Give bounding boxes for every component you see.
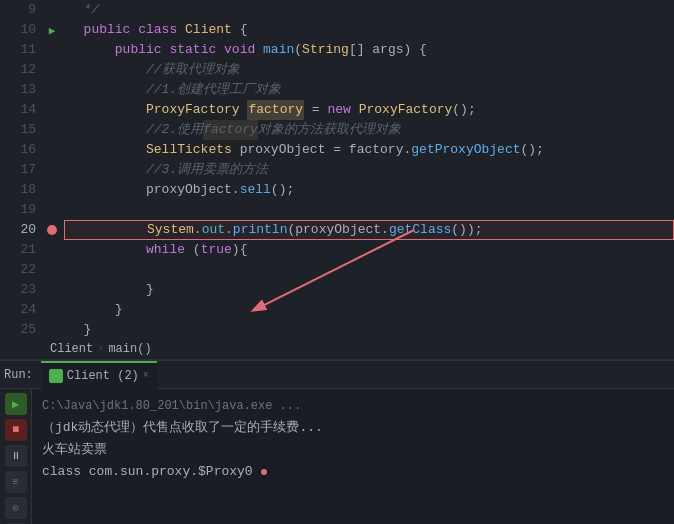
- panel-output: C:\Java\jdk1.80_201\bin\java.exe ... （jd…: [32, 389, 674, 524]
- run-tabs-bar: Run: Client (2) ×: [0, 361, 674, 389]
- run-panel: Run: Client (2) × ▶ ■ ⏸ ≡ ⊙ ▾ C:\Java\j: [0, 360, 674, 524]
- code-line-11: public static void main(String[] args) {: [64, 40, 674, 60]
- code-line-24: }: [64, 300, 674, 320]
- run-label: Run:: [4, 368, 33, 382]
- breakpoint-indicator: [44, 220, 60, 240]
- breadcrumb-class: Client: [50, 342, 93, 356]
- panel-body: ▶ ■ ⏸ ≡ ⊙ ▾ C:\Java\jdk1.80_201\bin\java…: [0, 389, 674, 524]
- code-lines: */ public class Client { public static v…: [64, 0, 674, 338]
- code-line-9: */: [64, 0, 674, 20]
- output-line-1: C:\Java\jdk1.80_201\bin\java.exe ...: [42, 395, 664, 417]
- code-line-12: //获取代理对象: [64, 60, 674, 80]
- tab-name: Client (2): [67, 369, 139, 383]
- run-icon: [49, 369, 63, 383]
- output-line-3: 火车站卖票: [42, 439, 664, 461]
- code-line-19: [64, 200, 674, 220]
- code-line-13: //1.创建代理工厂对象: [64, 80, 674, 100]
- editor-container: 9 10 11 12 13 14 15 16 17 18 19 20 21 22…: [0, 0, 674, 524]
- breakpoint-dot: [47, 225, 57, 235]
- factory-highlight: factory: [247, 100, 304, 120]
- screenshot-button[interactable]: ⊙: [5, 497, 27, 519]
- code-line-16: SellTickets proxyObject = factory.getPro…: [64, 140, 674, 160]
- output-line-4: class com.sun.proxy.$Proxy0: [42, 461, 664, 483]
- code-line-18: proxyObject.sell();: [64, 180, 674, 200]
- code-line-17: //3.调用卖票的方法: [64, 160, 674, 180]
- code-body: 9 10 11 12 13 14 15 16 17 18 19 20 21 22…: [0, 0, 674, 338]
- tab-close-button[interactable]: ×: [143, 370, 149, 381]
- code-line-10: public class Client {: [64, 20, 674, 40]
- code-line-25: }: [64, 320, 674, 338]
- stop-button[interactable]: ■: [5, 419, 27, 441]
- red-dot-indicator: [261, 469, 267, 475]
- breadcrumb: Client › main(): [0, 338, 674, 360]
- gutter: ▶: [42, 0, 64, 338]
- dump-threads-button[interactable]: ≡: [5, 471, 27, 493]
- code-line-14: ProxyFactory factory = new ProxyFactory(…: [64, 100, 674, 120]
- code-line-23: }: [64, 280, 674, 300]
- code-line-15: //2.使用factory对象的方法获取代理对象: [64, 120, 674, 140]
- current-line-indicator: ▶: [44, 20, 60, 40]
- code-editor: 9 10 11 12 13 14 15 16 17 18 19 20 21 22…: [0, 0, 674, 360]
- output-line-2: （jdk动态代理）代售点收取了一定的手续费...: [42, 417, 664, 439]
- run-tab-client[interactable]: Client (2) ×: [41, 361, 157, 389]
- rerun-button[interactable]: ▶: [5, 393, 27, 415]
- line-numbers: 9 10 11 12 13 14 15 16 17 18 19 20 21 22…: [0, 0, 42, 338]
- code-line-22: [64, 260, 674, 280]
- pause-button[interactable]: ⏸: [5, 445, 27, 467]
- code-line-20: System.out.println(proxyObject.getClass(…: [64, 220, 674, 240]
- breadcrumb-method: main(): [108, 342, 151, 356]
- run-label-text: Run:: [4, 368, 33, 382]
- code-line-21: while (true){: [64, 240, 674, 260]
- panel-sidebar: ▶ ■ ⏸ ≡ ⊙ ▾: [0, 389, 32, 524]
